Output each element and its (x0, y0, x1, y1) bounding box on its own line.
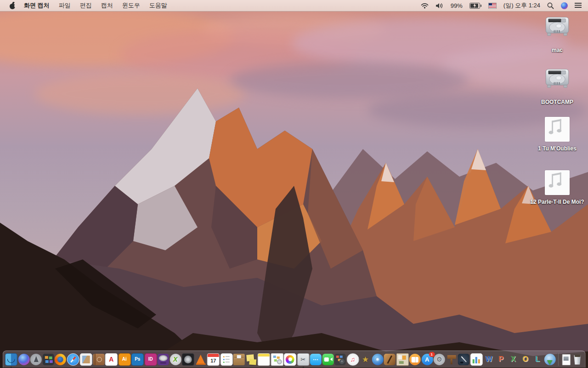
dock-glyph: X (173, 356, 177, 362)
desktop-icon-label: 1 Tu M'Oublies (529, 145, 585, 152)
dock-icon-lync[interactable]: L (532, 354, 543, 365)
dock-icon-download-globe[interactable] (544, 354, 555, 365)
dock-icon-document-file[interactable] (560, 354, 571, 365)
dock-icon-grab[interactable]: ✂ (297, 353, 309, 366)
dock-icon-mission-control[interactable] (42, 354, 54, 365)
music-note-icon (545, 170, 570, 195)
volume-icon[interactable] (435, 3, 444, 9)
notification-badge: 1 (429, 352, 435, 357)
dock-icon-outlook[interactable]: O (520, 354, 531, 365)
dock: AAiPsIDX17✂●●●♫★A1⚙WPXOL (3, 351, 586, 368)
dock-glyph: 17 (210, 358, 216, 363)
dock-icon-idvd[interactable]: ★ (360, 354, 371, 365)
dock-icon-trash[interactable] (571, 354, 583, 365)
dock-icon-preview[interactable] (80, 353, 92, 366)
dock-divider (557, 353, 558, 366)
sierra-mountain-wallpaper (0, 11, 588, 368)
dock-icon-acrobat[interactable]: A (105, 353, 118, 366)
menu-help[interactable]: 도움말 (145, 0, 172, 11)
dock-glyph: ⚙ (436, 356, 442, 362)
dock-icon-numbers[interactable] (470, 353, 482, 366)
dock-icon-notes[interactable] (258, 353, 270, 366)
dock-icon-app-store[interactable]: A1 (421, 354, 433, 365)
dock-apps: AAiPsIDX17✂●●●♫★A1⚙WPXOL (5, 353, 556, 366)
dock-icon-reminders[interactable] (220, 353, 232, 366)
dock-icon-launchpad[interactable] (30, 354, 42, 365)
dock-icon-stickies[interactable] (245, 354, 257, 365)
dock-glyph: O (523, 356, 528, 363)
siri-icon[interactable] (561, 2, 568, 9)
desktop-icon-bootcamp[interactable]: BOOTCAMP (529, 69, 585, 106)
dock-icon-itunes[interactable]: ♫ (346, 353, 359, 366)
dock-icon-collage-board[interactable] (396, 353, 408, 366)
menu-edit[interactable]: 편집 (75, 0, 96, 11)
dock-icon-contacts[interactable] (93, 354, 104, 365)
dock-icon-illustrator[interactable]: Ai (118, 353, 130, 366)
dock-icon-safari[interactable] (67, 353, 79, 366)
dock-icon-photos[interactable] (284, 353, 296, 366)
dock-icon-excel[interactable]: X (508, 354, 519, 365)
dock-icon-finder[interactable] (5, 353, 17, 366)
dock-icon-word[interactable]: W (483, 354, 495, 365)
dock-icon-indesign[interactable]: ID (144, 353, 157, 366)
menu-clock[interactable]: (일) 오후 1:24 (503, 1, 540, 10)
dock-glyph: Ai (122, 357, 127, 362)
dock-icon-toast[interactable] (158, 354, 169, 365)
apple-menu-icon[interactable] (9, 2, 16, 9)
desktop-icon-mac[interactable]: mac (529, 17, 585, 54)
dock-icon-blue-disc[interactable] (372, 354, 383, 365)
dock-icon-facetime[interactable] (322, 354, 334, 365)
running-indicator (11, 367, 12, 368)
dock-glyph: ●●● (313, 358, 318, 361)
desktop-icon-label: mac (529, 47, 585, 54)
desktop-icon-audio-1[interactable]: 1 Tu M'Oublies (529, 117, 585, 152)
desktop-icon-audio-2[interactable]: 12 Parle-T-Il De Moi? (529, 170, 585, 206)
menu-capture[interactable]: 캡처 (96, 0, 118, 11)
spotlight-icon[interactable] (547, 2, 554, 9)
menu-file[interactable]: 파일 (54, 0, 75, 11)
desktop-wallpaper (0, 11, 588, 368)
dock-icon-garageband[interactable] (384, 354, 396, 365)
wifi-icon[interactable] (421, 3, 429, 9)
dock-glyph: A (425, 356, 429, 362)
dock-icon-pages[interactable] (458, 354, 469, 365)
running-indicator (302, 367, 304, 368)
dock-glyph: Ps (135, 357, 140, 362)
dock-icon-vlc[interactable] (195, 354, 206, 365)
menu-app-name[interactable]: 화면 캡처 (19, 0, 54, 11)
dock-glyph: ★ (362, 356, 369, 363)
dock-icon-photoshop[interactable]: Ps (131, 353, 144, 366)
dock-icon-archive-box[interactable] (233, 354, 245, 365)
dock-glyph: W (486, 356, 492, 363)
menu-bar: 화면 캡처 파일 편집 캡처 윈도우 도움말 99% (일) 오후 1:24 (0, 0, 588, 12)
dock-glyph: ✂ (300, 356, 305, 362)
hard-drive-icon (544, 17, 570, 39)
dock-icon-siri[interactable] (18, 354, 29, 365)
menu-window[interactable]: 윈도우 (118, 0, 145, 11)
dock-icon-green-x[interactable]: X (170, 354, 181, 365)
dock-glyph: A (109, 356, 113, 362)
desktop-icon-label: 12 Parle-T-Il De Moi? (529, 199, 585, 206)
dock-glyph: L (535, 356, 540, 363)
dock-glyph: ID (148, 357, 153, 362)
dock-icon-firefox[interactable] (55, 354, 66, 365)
desktop-icon-label: BOOTCAMP (529, 99, 585, 106)
dock-icon-ibooks[interactable] (409, 354, 421, 365)
hard-drive-icon (544, 69, 570, 91)
notification-center-icon[interactable] (575, 3, 582, 4)
dock-glyph: X (511, 356, 516, 363)
dock-glyph: P (498, 356, 503, 363)
dock-icon-photo-booth[interactable] (334, 354, 346, 365)
dock-icon-certificate-doc[interactable] (271, 353, 283, 366)
battery-percent: 99% (451, 2, 463, 9)
battery-charging-icon[interactable] (469, 3, 481, 9)
dock-icon-powerpoint[interactable]: P (495, 354, 507, 365)
dock-icon-keynote[interactable] (446, 354, 457, 365)
dock-icon-calendar[interactable]: 17 (207, 353, 220, 366)
dock-icon-disk-drive[interactable] (182, 353, 194, 366)
us-flag-icon[interactable] (488, 3, 497, 9)
music-note-icon (545, 117, 570, 142)
dock-glyph: ♫ (351, 356, 356, 362)
dock-icon-messages[interactable]: ●●● (310, 354, 322, 365)
dock-icon-system-preferences[interactable]: ⚙ (434, 354, 445, 365)
